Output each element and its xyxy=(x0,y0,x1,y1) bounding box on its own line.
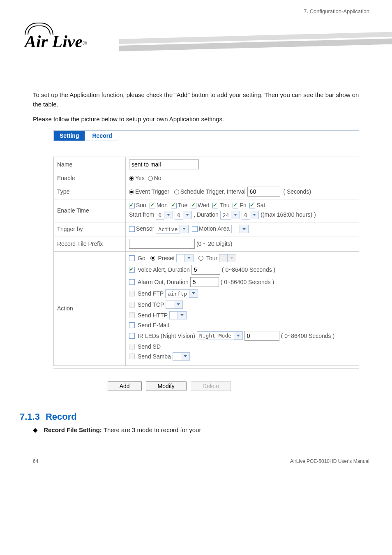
bullet-icon: ◆ xyxy=(33,426,38,433)
tour-radio[interactable] xyxy=(198,256,203,261)
day-thu-check[interactable] xyxy=(212,203,218,208)
type-event-radio[interactable] xyxy=(129,190,134,194)
email-check[interactable] xyxy=(129,322,135,328)
tab-setting[interactable]: Setting xyxy=(53,131,85,141)
irled-duration-input[interactable] xyxy=(244,331,279,341)
sensor-check[interactable] xyxy=(129,226,135,232)
day-wed-check[interactable] xyxy=(191,203,196,208)
settings-table: Name Enable Yes No Type Event Trigger Sc… xyxy=(53,157,359,366)
samba-check[interactable] xyxy=(129,354,135,359)
type-schedule-radio[interactable] xyxy=(174,190,179,194)
tcp-select[interactable] xyxy=(166,301,183,309)
brand-logo: Air Live® xyxy=(25,23,87,51)
voice-check[interactable] xyxy=(129,267,135,273)
day-fri-check[interactable] xyxy=(233,203,238,208)
motion-check[interactable] xyxy=(192,226,198,232)
http-check[interactable] xyxy=(129,312,135,318)
sensor-select[interactable]: Active xyxy=(156,225,189,234)
alarm-check[interactable] xyxy=(129,279,135,285)
row-action-label: Action xyxy=(54,251,126,365)
start-mm-select[interactable]: 0 xyxy=(175,211,192,220)
delete-button: Delete xyxy=(191,381,231,391)
day-sun-check[interactable] xyxy=(129,203,135,208)
tour-select xyxy=(219,254,236,262)
page-number: 64 xyxy=(33,458,38,464)
motion-select[interactable] xyxy=(231,225,249,233)
dur-hh-select[interactable]: 24 xyxy=(220,211,240,220)
dur-mm-select[interactable]: 0 xyxy=(242,211,259,220)
ftp-check[interactable] xyxy=(129,291,135,296)
row-name-label: Name xyxy=(54,157,126,172)
row-enable-label: Enable xyxy=(54,172,126,184)
add-button[interactable]: Add xyxy=(108,381,142,391)
interval-input[interactable] xyxy=(247,187,280,197)
section-title: Record xyxy=(46,412,77,422)
enable-no-radio[interactable] xyxy=(148,176,153,181)
header-swoosh xyxy=(119,39,392,72)
start-hh-select[interactable]: 0 xyxy=(156,211,173,220)
irled-mode-select[interactable]: Night Mode xyxy=(197,331,243,340)
samba-select[interactable] xyxy=(173,352,190,361)
intro-p1: To set up the Application function, plea… xyxy=(33,90,359,109)
prefix-input[interactable] xyxy=(129,239,195,249)
irled-check[interactable] xyxy=(129,333,135,339)
tcp-check[interactable] xyxy=(129,302,135,308)
alarm-duration-input[interactable] xyxy=(190,277,219,287)
voice-duration-input[interactable] xyxy=(191,265,220,275)
row-enabletime-label: Enable Time xyxy=(54,199,126,222)
enable-yes-radio[interactable] xyxy=(129,176,134,181)
chapter-label: 7. Configuration-Application xyxy=(304,8,369,14)
preset-radio[interactable] xyxy=(150,256,155,261)
preset-select[interactable] xyxy=(176,254,194,262)
manual-title: AirLive POE-5010HD User's Manual xyxy=(290,458,369,464)
ftp-select[interactable]: airftp xyxy=(165,289,198,298)
bullet-text: There are 3 mode to record for your xyxy=(104,426,201,433)
row-trigger-label: Trigger by xyxy=(54,222,126,236)
row-type-label: Type xyxy=(54,184,126,199)
go-check[interactable] xyxy=(129,255,135,261)
day-sat-check[interactable] xyxy=(249,203,255,208)
tab-record[interactable]: Record xyxy=(86,131,118,141)
intro-p2: Please follow the picture below to setup… xyxy=(33,115,359,124)
sd-check[interactable] xyxy=(129,344,135,349)
day-tue-check[interactable] xyxy=(171,203,177,208)
bullet-label: Record File Setting: xyxy=(44,426,102,433)
day-mon-check[interactable] xyxy=(150,203,155,208)
row-prefix-label: Record File Prefix xyxy=(54,236,126,251)
section-number: 7.1.3 xyxy=(20,412,40,422)
http-select[interactable] xyxy=(169,311,187,319)
name-input[interactable] xyxy=(129,160,199,169)
modify-button[interactable]: Modify xyxy=(146,381,187,391)
